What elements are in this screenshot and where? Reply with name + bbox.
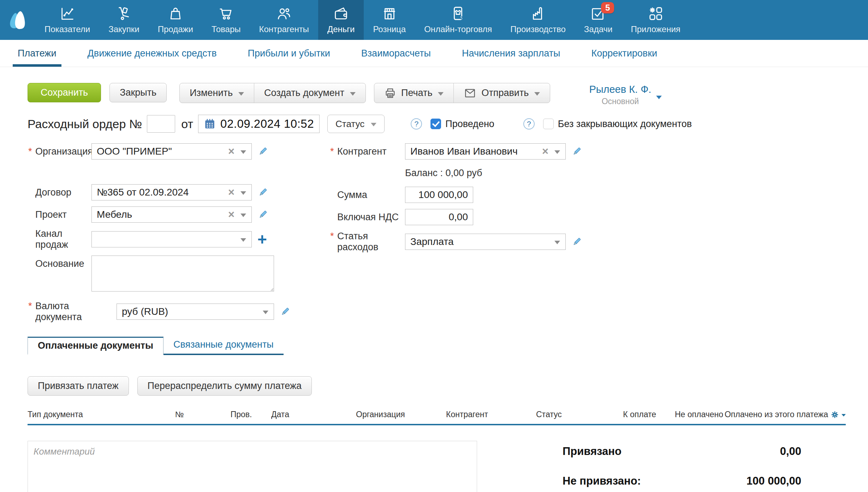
project-select[interactable]: Мебель ×: [91, 206, 252, 223]
calendar-icon: [204, 118, 216, 130]
document-number-input[interactable]: [147, 115, 175, 133]
clear-icon[interactable]: ×: [228, 145, 234, 158]
sales-channel-row: Канал продаж +: [28, 228, 310, 250]
posted-checkbox[interactable]: [430, 119, 441, 129]
contract-select[interactable]: №365 от 02.09.2024 ×: [91, 184, 252, 200]
chevron-down-icon[interactable]: [240, 150, 246, 154]
expense-item-select[interactable]: Зарплата: [405, 234, 566, 250]
printer-icon: [384, 87, 396, 99]
save-button[interactable]: Сохранить: [28, 83, 101, 102]
clear-icon[interactable]: ×: [228, 186, 234, 199]
topnav-item-counterparties[interactable]: Контрагенты: [250, 0, 318, 40]
unlinked-label: Не привязано:: [563, 475, 641, 487]
topnav-item-sales[interactable]: Продажи: [149, 0, 202, 40]
topnav-item-tasks[interactable]: 5 Задачи: [575, 0, 622, 40]
shopping-bag-icon: [167, 6, 184, 22]
subnav-item-corrections[interactable]: Корректировки: [590, 40, 658, 67]
tab-linked-documents[interactable]: Связанные документы: [164, 335, 284, 354]
table-settings-gear-icon[interactable]: [830, 410, 839, 419]
tab-paid-documents[interactable]: Оплаченные документы: [28, 337, 164, 355]
no-closing-docs-checkbox[interactable]: [543, 119, 554, 129]
documents-tabs: Оплаченные документы Связанные документы: [28, 335, 284, 355]
clear-icon[interactable]: ×: [542, 145, 548, 158]
edit-pencil-icon[interactable]: [257, 187, 268, 198]
edit-pencil-icon[interactable]: [280, 306, 290, 317]
subnav-item-cash-flow[interactable]: Движение денежных средств: [87, 40, 218, 67]
chevron-down-icon: [238, 92, 244, 96]
chevron-down-icon[interactable]: [240, 191, 246, 195]
send-menu-button[interactable]: Отправить: [453, 83, 550, 103]
unlinked-sum-row: Не привязано: 100 000,00: [563, 475, 801, 487]
currency-select[interactable]: руб (RUB): [117, 304, 274, 320]
chevron-down-icon[interactable]: [554, 150, 560, 154]
help-icon[interactable]: ?: [411, 118, 422, 130]
organization-select[interactable]: ООО "ПРИМЕР" ×: [91, 143, 252, 160]
edit-menu-button[interactable]: Изменить: [180, 83, 254, 103]
edit-pencil-icon[interactable]: [571, 146, 582, 157]
chevron-down-icon[interactable]: [240, 238, 246, 242]
counterparty-select[interactable]: Иванов Иван Иванович ×: [405, 143, 566, 160]
document-form: *Организация ООО "ПРИМЕР" × Договор №365…: [28, 143, 846, 323]
section-navigation: Платежи Движение денежных средств Прибыл…: [0, 40, 868, 67]
topnav-item-production[interactable]: Производство: [501, 0, 575, 40]
subnav-item-mutual-settlements[interactable]: Взаиморасчеты: [361, 40, 432, 67]
user-role: Основной: [602, 97, 639, 106]
chevron-down-icon: [656, 96, 662, 99]
currency-label: *Валюта документа: [28, 301, 117, 323]
add-plus-icon[interactable]: +: [257, 232, 267, 246]
expense-item-label: *Статья расходов: [329, 231, 405, 253]
subnav-item-payments[interactable]: Платежи: [17, 40, 57, 67]
close-button[interactable]: Закрыть: [109, 83, 167, 102]
edit-pencil-icon[interactable]: [257, 146, 268, 157]
apps-grid-icon: [648, 6, 664, 22]
user-account-menu[interactable]: Рылеев К. Ф. Основной: [589, 83, 662, 106]
chevron-down-icon[interactable]: [554, 241, 560, 244]
wallet-icon: [333, 6, 349, 22]
chevron-down-icon[interactable]: [842, 414, 846, 416]
hand-truck-icon: [116, 6, 132, 22]
subnav-item-profit-loss[interactable]: Прибыли и убытки: [247, 40, 331, 67]
topnav-item-indicators[interactable]: Показатели: [35, 0, 99, 40]
required-asterisk: *: [28, 301, 32, 312]
payment-summary: Привязано 0,00 Не привязано: 100 000,00: [563, 441, 801, 487]
topnav-item-money[interactable]: Деньги: [318, 0, 364, 40]
print-menu-button[interactable]: Печать: [374, 83, 453, 103]
column-unpaid: Не оплачено: [656, 410, 723, 419]
posted-label: Проведено: [445, 119, 494, 130]
create-document-menu-button[interactable]: Создать документ: [254, 83, 365, 103]
document-toolbar: Сохранить Закрыть Изменить Создать докум…: [28, 83, 846, 106]
help-icon[interactable]: ?: [523, 118, 535, 130]
comment-textarea[interactable]: [28, 441, 477, 492]
project-label: Проект: [28, 209, 91, 220]
topnav-item-apps[interactable]: Приложения: [622, 0, 689, 40]
currency-row: *Валюта документа руб (RUB): [28, 301, 310, 323]
topnav-item-goods[interactable]: Товары: [202, 0, 250, 40]
organization-label: *Организация: [28, 146, 91, 157]
cart-icon: [218, 6, 234, 22]
edit-pencil-icon[interactable]: [571, 236, 582, 247]
link-payment-button[interactable]: Привязать платеж: [28, 376, 129, 396]
expense-item-row: *Статья расходов Зарплата: [329, 231, 612, 253]
chevron-down-icon[interactable]: [263, 311, 268, 314]
topnav-item-purchases[interactable]: Закупки: [99, 0, 149, 40]
document-datetime-field[interactable]: 02.09.2024 10:52: [198, 115, 320, 133]
chevron-down-icon[interactable]: [240, 214, 246, 217]
topnav-item-retail[interactable]: Розница: [364, 0, 415, 40]
column-counterparty: Контрагент: [446, 410, 536, 419]
unlinked-value: 100 000,00: [747, 475, 801, 487]
vat-input[interactable]: [405, 209, 473, 225]
app-logo[interactable]: [0, 0, 35, 40]
required-asterisk: *: [330, 231, 334, 242]
clear-icon[interactable]: ×: [228, 208, 234, 221]
contract-label: Договор: [28, 187, 91, 198]
counterparty-row: *Контрагент Иванов Иван Иванович ×: [329, 143, 612, 160]
topnav-item-online-commerce[interactable]: Онлайн-торговля: [415, 0, 501, 40]
sales-channel-select[interactable]: [91, 231, 252, 247]
subnav-item-payroll[interactable]: Начисления зарплаты: [461, 40, 561, 67]
moysklad-logo-icon: [7, 8, 29, 32]
amount-input[interactable]: [405, 187, 473, 203]
basis-textarea[interactable]: [91, 256, 274, 292]
edit-pencil-icon[interactable]: [257, 209, 268, 220]
status-dropdown[interactable]: Статус: [327, 115, 385, 133]
redistribute-payment-button[interactable]: Перераспределить сумму платежа: [137, 376, 312, 396]
